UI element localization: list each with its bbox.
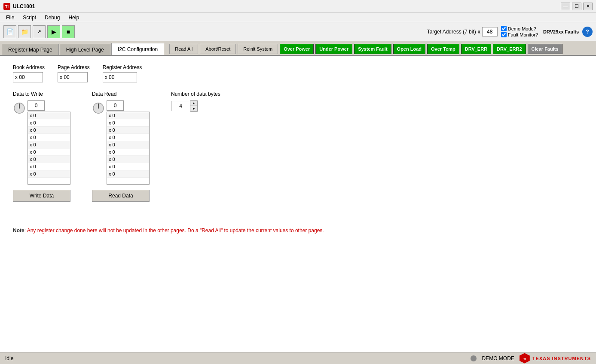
list-item: x 0 — [28, 170, 70, 178]
data-write-list[interactable]: x 0 x 0 x 0 x 0 x 0 x 0 x 0 x 0 x 0 — [28, 112, 70, 185]
list-item: x 0 — [107, 127, 149, 134]
address-form: Book Address Page Address Register Addre… — [13, 64, 583, 82]
over-temp-button[interactable]: Over Temp — [427, 44, 459, 54]
list-item: x 0 — [28, 163, 70, 170]
stop-button[interactable]: ■ — [62, 25, 75, 38]
list-item: x 0 — [107, 119, 149, 127]
page-address-input[interactable] — [58, 72, 88, 82]
data-write-knob[interactable] — [13, 100, 26, 126]
num-bytes-group: Number of data bytes ▲ ▼ — [171, 91, 220, 112]
minimize-button[interactable]: — — [561, 3, 570, 10]
fault-monitor-label: Fault Monitor? — [508, 32, 538, 37]
list-item: x 0 — [107, 156, 149, 163]
data-write-knob-row: x 0 x 0 x 0 x 0 x 0 x 0 x 0 x 0 x 0 — [13, 100, 70, 185]
list-item: x 0 — [28, 156, 70, 163]
export-button[interactable]: ↗ — [33, 25, 46, 38]
demo-mode-checkbox[interactable] — [501, 26, 507, 31]
list-item: x 0 — [28, 112, 70, 119]
tab-register-map[interactable]: Register Map Page — [2, 44, 59, 55]
book-address-label: Book Address — [13, 64, 45, 70]
write-data-button[interactable]: Write Data — [13, 190, 70, 202]
num-bytes-spinner: ▲ ▼ — [190, 100, 198, 112]
data-read-list[interactable]: x 0 x 0 x 0 x 0 x 0 x 0 x 0 x 0 x 0 — [107, 112, 150, 185]
title-bar-controls: — ☐ ✕ — [561, 3, 593, 10]
main-content: Book Address Page Address Register Addre… — [0, 56, 596, 364]
x-label: x — [478, 29, 480, 35]
list-item: x 0 — [28, 141, 70, 149]
list-item: x 0 — [107, 141, 149, 149]
list-item: x 0 — [107, 163, 149, 170]
list-item: x 0 — [107, 149, 149, 156]
system-fault-button[interactable]: System Fault — [354, 44, 391, 54]
read-all-button[interactable]: Read All — [169, 44, 198, 54]
new-file-button[interactable]: 📄 — [3, 25, 16, 38]
num-bytes-label: Number of data bytes — [171, 91, 220, 97]
num-bytes-decrement[interactable]: ▼ — [190, 106, 197, 111]
maximize-button[interactable]: ☐ — [572, 3, 581, 10]
list-item: x 0 — [28, 149, 70, 156]
target-address-area: Target Address (7 bit) x — [427, 27, 498, 36]
num-bytes-increment[interactable]: ▲ — [190, 101, 197, 106]
drv-err2-button[interactable]: DRV_ERR2 — [493, 44, 526, 54]
data-read-knob[interactable] — [92, 100, 105, 126]
note-text: : Any register change done here will not… — [24, 228, 324, 234]
data-write-label: Data to Write — [13, 91, 70, 97]
title-bar-left: TI ULC1001 — [3, 3, 35, 10]
menu-debug[interactable]: Debug — [40, 14, 64, 21]
checkboxes-area: Demo Mode? Fault Monitor? — [501, 26, 538, 37]
open-folder-button[interactable]: 📁 — [18, 25, 31, 38]
status-bar-right: DEMO MODE TI TEXAS INSTRUMENTS — [471, 353, 591, 364]
register-address-group: Register Address — [103, 64, 142, 82]
help-button[interactable]: ? — [582, 27, 593, 37]
num-bytes-input-wrap: ▲ ▼ — [171, 100, 220, 112]
page-address-group: Page Address — [58, 64, 90, 82]
read-data-button[interactable]: Read Data — [92, 190, 150, 202]
list-item: x 0 — [28, 134, 70, 141]
data-read-label: Data Read — [92, 91, 150, 97]
list-item: x 0 — [107, 170, 149, 178]
menu-script[interactable]: Script — [18, 14, 40, 21]
note-section: Note: Any register change done here will… — [13, 228, 583, 234]
content-area: Book Address Page Address Register Addre… — [0, 56, 596, 364]
demo-mode-label: Demo Mode? — [508, 26, 536, 31]
drv-err-button[interactable]: DRV_ERR — [461, 44, 491, 54]
note-bold: Note — [13, 228, 24, 234]
app-icon: TI — [3, 3, 10, 10]
menu-help[interactable]: Help — [64, 14, 83, 21]
list-item: x 0 — [28, 127, 70, 134]
open-load-button[interactable]: Open Load — [393, 44, 425, 54]
play-button[interactable]: ▶ — [47, 25, 60, 38]
clear-faults-button[interactable]: Clear Faults — [528, 44, 562, 54]
page-address-label: Page Address — [58, 64, 90, 70]
status-idle: Idle — [5, 355, 13, 361]
tab-high-level[interactable]: High Level Page — [60, 44, 110, 55]
book-address-input[interactable] — [13, 72, 43, 82]
data-write-group: Data to Write x 0 x 0 — [13, 91, 70, 202]
app-window: TI ULC1001 — ☐ ✕ File Script Debug Help … — [0, 0, 596, 364]
data-read-knob-row: x 0 x 0 x 0 x 0 x 0 x 0 x 0 x 0 x 0 — [92, 100, 150, 185]
target-address-input[interactable] — [482, 27, 498, 36]
abort-reset-button[interactable]: Abort/Reset — [200, 44, 236, 54]
under-power-button[interactable]: Under Power — [315, 44, 352, 54]
status-dot — [471, 355, 477, 361]
reinit-system-button[interactable]: Reinit System — [238, 44, 278, 54]
target-address-label: Target Address (7 bit) — [427, 29, 476, 35]
over-power-button[interactable]: Over Power — [280, 44, 314, 54]
fault-monitor-checkbox[interactable] — [501, 32, 507, 37]
data-write-knob-value[interactable] — [28, 100, 45, 111]
register-address-label: Register Address — [103, 64, 142, 70]
list-item: x 0 — [28, 119, 70, 127]
close-button[interactable]: ✕ — [583, 3, 593, 10]
list-item: x 0 — [107, 112, 149, 119]
toolbar: 📄 📁 ↗ ▶ ■ Target Address (7 bit) x Demo … — [0, 22, 596, 41]
menu-file[interactable]: File — [2, 14, 18, 21]
tab-i2c-configuration[interactable]: I2C Configuration — [111, 43, 164, 55]
data-read-group: Data Read x 0 x 0 — [92, 91, 150, 202]
book-address-group: Book Address — [13, 64, 45, 82]
status-bar: Idle DEMO MODE TI TEXAS INSTRUMENTS — [0, 352, 596, 364]
register-address-input[interactable] — [103, 72, 137, 82]
num-bytes-input[interactable] — [171, 101, 190, 111]
tab-row: Register Map Page High Level Page I2C Co… — [2, 43, 164, 55]
svg-text:TI: TI — [523, 357, 526, 361]
data-read-knob-value[interactable] — [107, 100, 124, 111]
